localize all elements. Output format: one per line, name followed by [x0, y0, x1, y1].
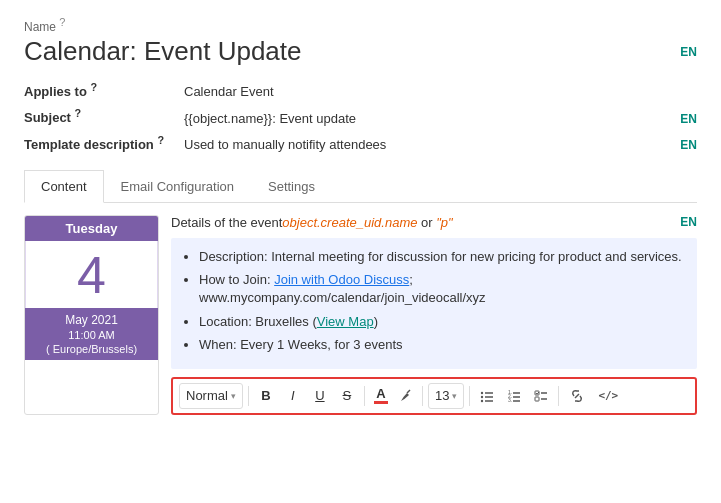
highlight-p: "p"	[436, 215, 452, 230]
svg-point-3	[481, 396, 483, 398]
unordered-list-icon	[480, 389, 494, 403]
toolbar-sep-1	[248, 386, 249, 406]
name-help-icon[interactable]: ?	[59, 16, 65, 28]
calendar-widget: Tuesday 4 May 2021 11:00 AM ( Europe/Bru…	[24, 215, 159, 415]
applies-to-row: Applies to ? Calendar Event	[24, 81, 697, 99]
page-container: Name ? Calendar: Event Update EN Applies…	[0, 0, 721, 431]
ordered-list-button[interactable]: 1. 2. 3.	[502, 383, 526, 409]
calendar-footer: May 2021 11:00 AM ( Europe/Brussels)	[25, 308, 158, 360]
font-color-button[interactable]: A	[370, 383, 392, 409]
style-dropdown-label: Normal	[186, 388, 228, 403]
template-desc-label: Template description ?	[24, 134, 184, 152]
list-item: Description: Internal meeting for discus…	[199, 248, 685, 266]
page-title-row: Calendar: Event Update EN	[24, 36, 697, 67]
calendar-time: 11:00 AM	[29, 329, 154, 341]
toolbar-sep-5	[558, 386, 559, 406]
name-label: Name ?	[24, 16, 697, 34]
strikethrough-button[interactable]: S	[335, 383, 359, 409]
subject-value: {{object.name}}: Event update	[184, 111, 668, 126]
toolbar-sep-2	[364, 386, 365, 406]
template-desc-row: Template description ? Used to manually …	[24, 134, 697, 152]
email-content-panel: Details of the eventobject.create_uid.na…	[171, 215, 697, 415]
svg-rect-15	[535, 397, 539, 401]
checklist-button[interactable]	[529, 383, 553, 409]
tabs-container: Content Email Configuration Settings	[24, 170, 697, 203]
brush-button[interactable]	[395, 383, 417, 409]
email-body: Description: Internal meeting for discus…	[171, 238, 697, 369]
list-item: Location: Bruxelles (View Map)	[199, 313, 685, 331]
page-title: Calendar: Event Update	[24, 36, 302, 67]
applies-to-help-icon[interactable]: ?	[90, 81, 97, 93]
style-dropdown-chevron: ▾	[231, 391, 236, 401]
svg-point-5	[481, 400, 483, 402]
svg-text:3.: 3.	[508, 397, 512, 403]
applies-to-label: Applies to ?	[24, 81, 184, 99]
list-item: When: Every 1 Weeks, for 3 events	[199, 336, 685, 354]
tab-settings[interactable]: Settings	[251, 170, 332, 203]
odoo-discuss-link[interactable]: Join with Odoo Discuss	[274, 272, 409, 287]
svg-point-1	[481, 392, 483, 394]
name-field-label: Name	[24, 20, 56, 34]
subject-label: Subject ?	[24, 107, 184, 125]
calendar-day-number: 4	[25, 241, 158, 308]
view-map-link[interactable]: View Map	[317, 314, 374, 329]
template-desc-value: Used to manually notifity attendees	[184, 137, 668, 152]
template-desc-help-icon[interactable]: ?	[157, 134, 164, 146]
list-item: How to Join: Join with Odoo Discuss; www…	[199, 271, 685, 307]
ordered-list-icon: 1. 2. 3.	[507, 389, 521, 403]
content-lang-badge[interactable]: EN	[680, 215, 697, 229]
style-dropdown[interactable]: Normal ▾	[179, 383, 243, 409]
subject-help-icon[interactable]: ?	[75, 107, 82, 119]
content-area: Tuesday 4 May 2021 11:00 AM ( Europe/Bru…	[24, 203, 697, 415]
unordered-list-button[interactable]	[475, 383, 499, 409]
font-size-dropdown[interactable]: 13 ▾	[428, 383, 464, 409]
subject-row: Subject ? {{object.name}}: Event update …	[24, 107, 697, 125]
font-size-chevron: ▾	[452, 391, 457, 401]
underline-button[interactable]: U	[308, 383, 332, 409]
font-color-letter: A	[376, 387, 385, 400]
bold-button[interactable]: B	[254, 383, 278, 409]
checklist-icon	[534, 389, 548, 403]
calendar-timezone: ( Europe/Brussels)	[29, 343, 154, 355]
toolbar-sep-3	[422, 386, 423, 406]
applies-to-value: Calendar Event	[184, 84, 697, 99]
svg-line-17	[575, 394, 579, 398]
email-content-header: Details of the eventobject.create_uid.na…	[171, 215, 697, 230]
font-color-bar	[374, 401, 388, 404]
italic-button[interactable]: I	[281, 383, 305, 409]
subject-lang-badge[interactable]: EN	[680, 112, 697, 126]
calendar-month-year: May 2021	[29, 313, 154, 327]
svg-line-0	[407, 390, 410, 393]
template-desc-lang-badge[interactable]: EN	[680, 138, 697, 152]
brush-icon	[399, 389, 413, 403]
email-body-list: Description: Internal meeting for discus…	[183, 248, 685, 354]
email-content-title: Details of the eventobject.create_uid.na…	[171, 215, 453, 230]
editor-toolbar: Normal ▾ B I U S A	[171, 377, 697, 415]
tab-content[interactable]: Content	[24, 170, 104, 203]
toolbar-sep-4	[469, 386, 470, 406]
highlight-uid: object.create_uid.name	[282, 215, 417, 230]
calendar-day-name: Tuesday	[25, 216, 158, 241]
link-icon	[569, 389, 585, 403]
tab-email-configuration[interactable]: Email Configuration	[104, 170, 251, 203]
font-size-label: 13	[435, 388, 449, 403]
title-lang-badge[interactable]: EN	[680, 45, 697, 59]
link-button[interactable]	[564, 383, 590, 409]
code-button[interactable]: </>	[593, 383, 623, 409]
